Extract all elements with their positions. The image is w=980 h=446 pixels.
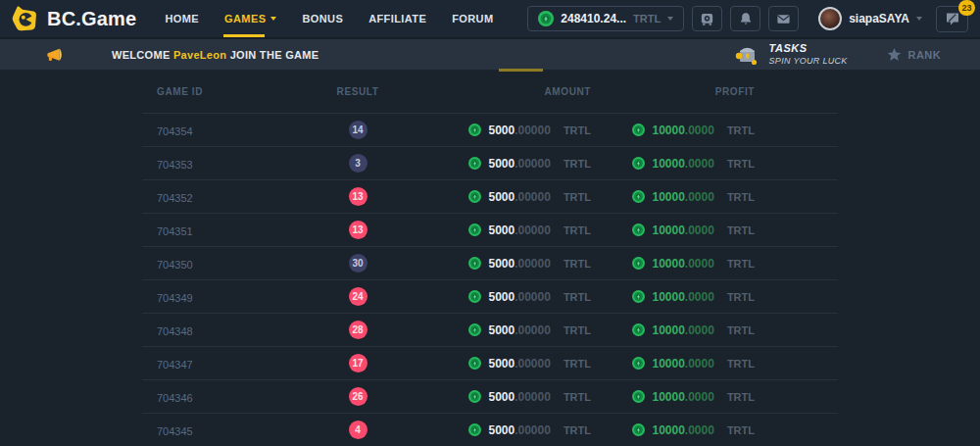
profit-integer: 10000 — [652, 257, 684, 271]
profit-integer: 10000 — [652, 124, 684, 137]
table-row[interactable]: 704352 13 5000.00000 TRTL 10000.0000 TRT… — [142, 179, 838, 213]
table-row[interactable]: 704350 30 5000.00000 TRTL 10000.0000 TRT… — [142, 246, 838, 279]
balance-selector[interactable]: 248410.24... TRTL — [527, 6, 684, 31]
game-id-value: 704353 — [157, 159, 193, 171]
game-id-cell: 704345 — [142, 421, 289, 439]
profit-currency: TRTL — [727, 324, 755, 336]
table-row[interactable]: 704351 13 5000.00000 TRTL 10000.0000 TRT… — [142, 213, 838, 246]
amount-currency: TRTL — [564, 424, 591, 436]
game-id-value: 704348 — [157, 325, 193, 337]
profit-cell: 10000.0000 TRTL — [591, 290, 755, 304]
rank-shortcut[interactable]: RANK — [887, 48, 941, 62]
profit-decimals: .0000 — [685, 157, 714, 171]
table-row[interactable]: 704346 26 5000.00000 TRTL 10000.0000 TRT… — [142, 379, 838, 413]
profit-integer: 10000 — [652, 357, 684, 371]
tasks-labels: TASKS SPIN YOUR LUCK — [769, 42, 848, 67]
nav-item-bonus[interactable]: BONUS — [289, 0, 356, 37]
rank-label: RANK — [908, 49, 941, 61]
game-id-cell: 704347 — [142, 355, 289, 372]
scroll-tab-indicator[interactable] — [499, 69, 543, 72]
game-id-value: 704345 — [157, 425, 193, 437]
main-content: GAME ID RESULT AMOUNT PROFIT 704354 14 5… — [0, 70, 980, 446]
result-cell: 28 — [289, 321, 426, 339]
profit-integer: 10000 — [652, 390, 684, 404]
amount-currency: TRTL — [564, 324, 591, 336]
amount-cell: 5000.00000 TRTL — [426, 290, 591, 304]
amount-integer: 5000 — [488, 423, 514, 437]
welcome-username: PaveLeon — [173, 49, 226, 61]
result-badge: 26 — [349, 387, 368, 406]
game-id-value: 704354 — [157, 125, 193, 137]
amount-decimals: .00000 — [514, 223, 551, 237]
main-nav: HOME GAMES BONUS AFFILIATE FORUM — [152, 0, 506, 37]
vault-button[interactable] — [692, 6, 722, 31]
result-badge: 24 — [349, 287, 368, 306]
profit-currency: TRTL — [727, 358, 755, 370]
result-badge: 13 — [349, 221, 368, 239]
profit-cell: 10000.0000 TRTL — [591, 124, 755, 137]
amount-cell: 5000.00000 TRTL — [426, 124, 591, 137]
table-row[interactable]: 704354 14 5000.00000 TRTL 10000.0000 TRT… — [142, 113, 838, 146]
nav-item-games[interactable]: GAMES — [212, 0, 289, 37]
result-badge: 14 — [349, 121, 368, 139]
table-row[interactable]: 704348 28 5000.00000 TRTL 10000.0000 TRT… — [142, 313, 838, 346]
trtl-coin-icon — [632, 290, 645, 303]
tasks-shortcut[interactable]: TASKS SPIN YOUR LUCK — [734, 42, 848, 67]
user-menu[interactable]: siapaSAYA — [818, 7, 922, 30]
profit-currency: TRTL — [727, 258, 755, 270]
amount-decimals: .00000 — [514, 257, 551, 271]
amount-cell: 5000.00000 TRTL — [426, 223, 591, 237]
amount-integer: 5000 — [488, 223, 514, 237]
game-id-value: 704349 — [157, 292, 193, 304]
amount-currency: TRTL — [564, 358, 591, 370]
table-row[interactable]: 704349 24 5000.00000 TRTL 10000.0000 TRT… — [142, 279, 838, 313]
balance-value: 248410.24... — [561, 12, 626, 25]
profit-integer: 10000 — [652, 423, 684, 437]
amount-currency: TRTL — [564, 124, 591, 136]
chevron-down-icon — [270, 17, 276, 21]
result-badge: 30 — [349, 254, 368, 273]
profit-currency: TRTL — [727, 224, 755, 236]
result-cell: 30 — [289, 254, 426, 273]
trtl-coin-icon — [632, 124, 645, 136]
table-row[interactable]: 704347 17 5000.00000 TRTL 10000.0000 TRT… — [142, 346, 838, 379]
game-id-cell: 704350 — [142, 255, 289, 273]
result-cell: 4 — [289, 421, 426, 439]
profit-integer: 10000 — [652, 190, 684, 204]
profit-decimals: .0000 — [685, 223, 714, 237]
profit-integer: 10000 — [652, 157, 684, 171]
amount-decimals: .00000 — [514, 390, 551, 404]
amount-currency: TRTL — [564, 258, 591, 270]
mail-icon — [776, 12, 791, 26]
megaphone-icon — [45, 46, 67, 64]
table-row[interactable]: 704345 4 5000.00000 TRTL 10000.0000 TRTL — [142, 413, 838, 446]
result-cell: 17 — [289, 354, 426, 372]
trtl-coin-icon — [468, 257, 481, 270]
trtl-coin-icon — [632, 357, 645, 370]
amount-cell: 5000.00000 TRTL — [426, 157, 591, 171]
trtl-coin-icon — [632, 190, 645, 203]
table-row[interactable]: 704353 3 5000.00000 TRTL 10000.0000 TRTL — [142, 146, 838, 179]
nav-item-affiliate[interactable]: AFFILIATE — [356, 0, 439, 37]
amount-cell: 5000.00000 TRTL — [426, 323, 591, 337]
game-id-value: 704352 — [157, 192, 193, 204]
profit-cell: 10000.0000 TRTL — [591, 190, 755, 204]
amount-decimals: .00000 — [514, 290, 551, 304]
brand-logo[interactable]: BC.Game — [12, 5, 136, 32]
trtl-coin-icon — [468, 323, 481, 336]
notifications-button[interactable] — [730, 6, 760, 31]
game-id-cell: 704346 — [142, 388, 289, 406]
amount-currency: TRTL — [564, 291, 591, 303]
profit-currency: TRTL — [727, 391, 755, 403]
game-id-cell: 704349 — [142, 288, 289, 306]
profit-integer: 10000 — [652, 323, 684, 337]
result-badge: 13 — [349, 187, 368, 206]
nav-item-home[interactable]: HOME — [152, 0, 212, 37]
profit-integer: 10000 — [652, 223, 684, 237]
game-id-cell: 704354 — [142, 122, 289, 139]
chat-button[interactable]: 23 — [936, 6, 968, 32]
trtl-coin-icon — [468, 423, 481, 436]
column-header-amount: AMOUNT — [426, 86, 591, 97]
nav-item-forum[interactable]: FORUM — [439, 0, 506, 37]
messages-button[interactable] — [768, 6, 799, 31]
